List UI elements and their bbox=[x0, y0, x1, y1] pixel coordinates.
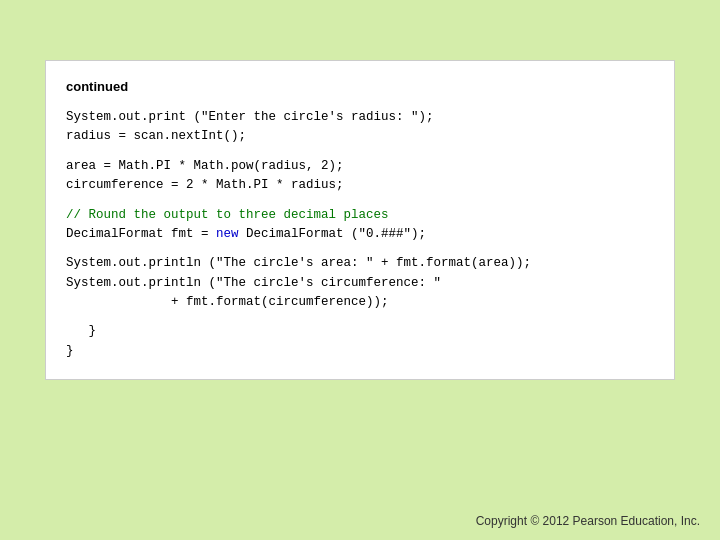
code-line: System.out.print ("Enter the circle's ra… bbox=[66, 108, 654, 127]
code-comment-line: // Round the output to three decimal pla… bbox=[66, 206, 654, 225]
continued-label: continued bbox=[66, 79, 654, 94]
closing-braces: } } bbox=[66, 322, 654, 361]
code-box: continued System.out.print ("Enter the c… bbox=[45, 60, 675, 380]
code-keyword-new: new bbox=[216, 227, 239, 241]
code-brace-1: } bbox=[66, 322, 654, 341]
code-block-3: // Round the output to three decimal pla… bbox=[66, 206, 654, 245]
code-line: System.out.println ("The circle's circum… bbox=[66, 274, 654, 293]
code-text: DecimalFormat ("0.###"); bbox=[239, 227, 427, 241]
code-line: area = Math.PI * Math.pow(radius, 2); bbox=[66, 157, 654, 176]
code-brace-2: } bbox=[66, 342, 654, 361]
code-line: + fmt.format(circumference)); bbox=[66, 293, 654, 312]
code-line: circumference = 2 * Math.PI * radius; bbox=[66, 176, 654, 195]
code-text: DecimalFormat fmt = bbox=[66, 227, 216, 241]
code-line-decimalformat: DecimalFormat fmt = new DecimalFormat ("… bbox=[66, 225, 654, 244]
code-content: System.out.print ("Enter the circle's ra… bbox=[66, 108, 654, 361]
code-block-1: System.out.print ("Enter the circle's ra… bbox=[66, 108, 654, 147]
code-block-2: area = Math.PI * Math.pow(radius, 2); ci… bbox=[66, 157, 654, 196]
code-block-4: System.out.println ("The circle's area: … bbox=[66, 254, 654, 312]
code-line: System.out.println ("The circle's area: … bbox=[66, 254, 654, 273]
code-line: radius = scan.nextInt(); bbox=[66, 127, 654, 146]
copyright-text: Copyright © 2012 Pearson Education, Inc. bbox=[476, 514, 700, 528]
